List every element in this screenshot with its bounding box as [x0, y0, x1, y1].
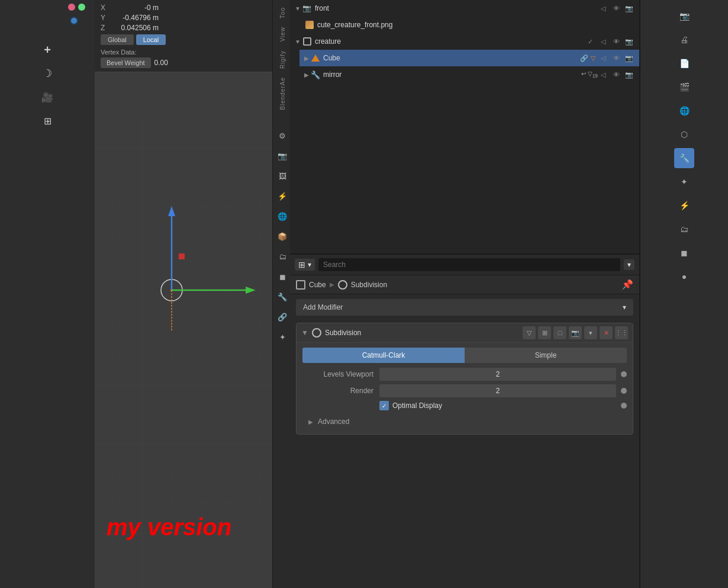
- modifier-search-input[interactable]: [318, 258, 620, 271]
- front-camera-icon[interactable]: 📷: [624, 3, 634, 14]
- front-actions: ◁ 👁 📷: [598, 3, 634, 14]
- outliner-item-front[interactable]: ▼ 📷 front ◁ 👁 📷: [290, 0, 639, 17]
- left-toolbar: + ☽ 🎥 ⊞: [0, 0, 95, 588]
- vertex-filter-icon-btn[interactable]: ▽: [523, 326, 536, 339]
- mirror-eye-icon[interactable]: 👁: [611, 69, 621, 80]
- outliner-item-mirror[interactable]: ▶ 🔧 mirror ↩ ▽19 ◁ 👁 📷: [299, 66, 639, 83]
- render-field-dot: [621, 388, 627, 394]
- blender-ae-label: BlenderAe: [279, 77, 286, 110]
- front-restrict-icon[interactable]: ◁: [598, 3, 608, 14]
- modifier-panel: ⊞ ▾ ▾ Cube ▶ Subdivision 📌 Add Modifier …: [290, 255, 639, 588]
- subdivision-type-row: Catmull-Clark Simple: [302, 348, 627, 363]
- physics-mid-icon[interactable]: ⚡: [274, 188, 291, 204]
- world-props-icon[interactable]: 🌐: [674, 101, 694, 121]
- bevel-weight-button[interactable]: Bevel Weight: [101, 57, 151, 68]
- outliner-item-creature[interactable]: ▼ creature ✓ ◁ 👁 📷: [290, 33, 639, 50]
- modifier-name-input[interactable]: [325, 329, 519, 337]
- y-label: Y: [101, 14, 111, 22]
- camera-view-icon[interactable]: 🎥: [38, 88, 57, 107]
- optimal-display-label: Optimal Display: [392, 401, 442, 410]
- grab-tool-icon[interactable]: ☽: [38, 64, 57, 83]
- camera-mid-icon[interactable]: 📷: [274, 147, 291, 164]
- local-button[interactable]: Local: [136, 34, 166, 45]
- front-eye-icon[interactable]: 👁: [611, 3, 621, 14]
- constraint-mid-icon[interactable]: 🔗: [274, 309, 291, 325]
- wrench-mid-icon[interactable]: 🔧: [274, 288, 291, 305]
- lattice-icon-btn[interactable]: ⊞: [538, 326, 551, 339]
- header-dropdown-right[interactable]: ▾: [624, 259, 634, 270]
- output-props-icon[interactable]: 🖨: [674, 30, 694, 50]
- global-button[interactable]: Global: [101, 34, 134, 45]
- mirror-item-label: mirror: [323, 70, 579, 79]
- render-field-value[interactable]: 2: [379, 384, 616, 397]
- world-mid-icon[interactable]: 🌐: [274, 208, 291, 224]
- cube-link-icon[interactable]: 🔗: [580, 54, 588, 62]
- tools-label: Too: [279, 7, 286, 18]
- display-icon-btn[interactable]: □: [553, 326, 566, 339]
- header-left-dropdown[interactable]: ⊞ ▾: [295, 259, 315, 271]
- advanced-row[interactable]: ▶ Advanced: [302, 414, 627, 429]
- add-modifier-button[interactable]: Add Modifier ▾: [296, 299, 633, 316]
- mirror-restrict-icon[interactable]: ◁: [598, 69, 608, 80]
- expand-arrow-front: ▼: [295, 5, 301, 12]
- cube-item-label: Cube: [323, 54, 580, 62]
- levels-viewport-row: Levels Viewport 2: [302, 368, 627, 381]
- scene-props-icon[interactable]: 🎬: [674, 77, 694, 97]
- levels-viewport-value[interactable]: 2: [379, 368, 616, 381]
- add-tool-icon[interactable]: +: [38, 40, 57, 59]
- scene-mid-icon[interactable]: 📦: [274, 228, 291, 245]
- breadcrumb-separator: ▶: [330, 281, 334, 288]
- creature-actions: ✓ ◁ 👁 📷: [585, 36, 634, 47]
- coordinates-panel: X -0 m Y -0.46796 m Z 0.042506 m Global …: [95, 0, 278, 72]
- front-image-label: cute_creature_front.png: [317, 21, 634, 29]
- dots-menu-btn[interactable]: ⋮⋮: [615, 326, 628, 339]
- cube-icon: [310, 53, 321, 63]
- expand-arrow-mirror: ▶: [304, 72, 309, 78]
- svg-rect-28: [179, 253, 185, 259]
- cube-filter-icon[interactable]: ▽: [591, 54, 595, 62]
- grid-tool-icon[interactable]: ⊞: [38, 111, 57, 130]
- creature-eye-icon[interactable]: 👁: [611, 36, 621, 47]
- mirror-camera-icon[interactable]: 📷: [624, 69, 634, 80]
- particles-props-icon[interactable]: ✦: [674, 172, 694, 192]
- render-row: Render 2: [302, 384, 627, 397]
- constraints-props-icon[interactable]: 🗂: [674, 219, 694, 239]
- mod-collapse-arrow[interactable]: ▼: [301, 329, 308, 337]
- data-mid-icon[interactable]: ✦: [274, 329, 291, 345]
- render-mid-icon[interactable]: 🖼: [274, 168, 291, 184]
- modifier-card-body: Catmull-Clark Simple Levels Viewport 2 R…: [297, 343, 633, 434]
- data-props-icon[interactable]: ◼: [674, 243, 694, 263]
- levels-viewport-label: Levels Viewport: [302, 370, 379, 378]
- 3d-viewport[interactable]: X -0 m Y -0.46796 m Z 0.042506 m Global …: [95, 0, 278, 588]
- front-item-label: front: [315, 4, 598, 12]
- archive-mid-icon[interactable]: 🗂: [274, 248, 291, 265]
- shape-mid-icon[interactable]: ◼: [274, 268, 291, 285]
- simple-button[interactable]: Simple: [465, 348, 627, 363]
- close-modifier-btn[interactable]: ✕: [600, 326, 613, 339]
- material-props-icon[interactable]: ●: [674, 266, 694, 287]
- catmull-clark-button[interactable]: Catmull-Clark: [302, 348, 465, 363]
- z-label: Z: [101, 24, 111, 32]
- object-props-icon[interactable]: ⬡: [674, 124, 694, 144]
- modifier-props-icon[interactable]: 🔧: [674, 148, 694, 168]
- cube-eye-icon[interactable]: 👁: [611, 53, 621, 63]
- creature-camera-icon[interactable]: 📷: [624, 36, 634, 47]
- breadcrumb-subdiv-label: Subdivision: [351, 281, 387, 289]
- optimal-display-dot: [621, 403, 627, 409]
- modifier-icon-mid[interactable]: ⚙: [274, 127, 291, 144]
- pin-icon[interactable]: 📌: [621, 279, 633, 290]
- render-props-icon[interactable]: 📷: [674, 6, 694, 26]
- cube-actions: 🔗 ▽ ◁ 👁 📷: [580, 53, 634, 63]
- cube-restrict-icon[interactable]: ◁: [598, 53, 608, 63]
- creature-restrict-icon[interactable]: ◁: [598, 36, 608, 47]
- outliner-item-front-image[interactable]: cute_creature_front.png: [299, 17, 639, 33]
- creature-check-icon[interactable]: ✓: [585, 36, 595, 47]
- view-layer-icon[interactable]: 📄: [674, 53, 694, 73]
- outliner-item-cube[interactable]: ▶ Cube 🔗 ▽ ◁ 👁 📷: [299, 50, 639, 66]
- optimal-display-checkbox[interactable]: ✓: [379, 401, 389, 410]
- physics-props-icon[interactable]: ⚡: [674, 195, 694, 216]
- more-options-btn[interactable]: ▾: [584, 326, 597, 339]
- cube-camera-icon[interactable]: 📷: [624, 53, 634, 63]
- render-icon-btn[interactable]: 📷: [569, 326, 582, 339]
- modifier-card-header: ▼ ▽ ⊞ □ 📷 ▾ ✕ ⋮⋮: [297, 323, 633, 343]
